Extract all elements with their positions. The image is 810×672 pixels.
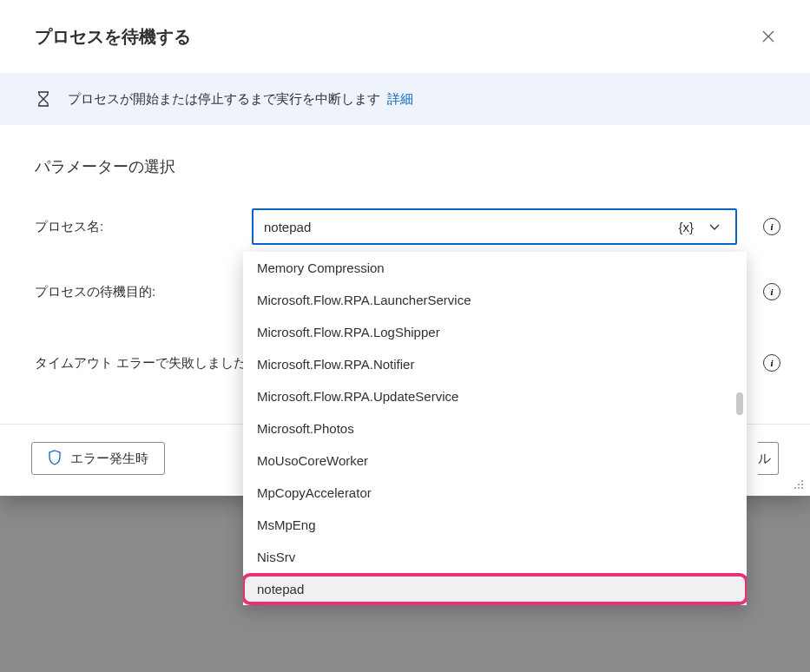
cancel-label: ル bbox=[758, 451, 771, 467]
chevron-down-icon bbox=[708, 221, 721, 233]
hourglass-icon bbox=[35, 90, 52, 108]
process-name-combo[interactable]: {x} bbox=[252, 208, 737, 245]
dropdown-list[interactable]: Memory CompressionMicrosoft.Flow.RPA.Lau… bbox=[243, 252, 747, 605]
dialog-header: プロセスを待機する bbox=[0, 0, 810, 73]
info-bar: プロセスが開始または停止するまで実行を中断します 詳細 bbox=[0, 73, 810, 125]
svg-point-4 bbox=[798, 487, 800, 489]
on-error-button[interactable]: エラー発生時 bbox=[31, 442, 165, 475]
wait-purpose-label: プロセスの待機目的: bbox=[35, 284, 234, 300]
dropdown-item[interactable]: NisSrv bbox=[243, 541, 747, 573]
dropdown-item[interactable]: MoUsoCoreWorker bbox=[243, 445, 747, 477]
on-error-label: エラー発生時 bbox=[70, 451, 148, 467]
resize-grip-icon bbox=[793, 478, 805, 491]
info-icon: i bbox=[763, 283, 780, 300]
svg-point-0 bbox=[801, 480, 803, 482]
dropdown-item[interactable]: Microsoft.Flow.RPA.Notifier bbox=[243, 348, 747, 380]
process-dropdown: Memory CompressionMicrosoft.Flow.RPA.Lau… bbox=[243, 252, 747, 605]
shield-icon bbox=[48, 450, 62, 468]
timeout-info[interactable]: i bbox=[761, 352, 782, 373]
svg-point-1 bbox=[798, 484, 800, 485]
scrollbar-thumb[interactable] bbox=[736, 392, 743, 415]
process-name-info[interactable]: i bbox=[761, 216, 782, 237]
svg-point-2 bbox=[801, 484, 803, 485]
dropdown-item[interactable]: notepad bbox=[243, 573, 747, 605]
info-icon: i bbox=[763, 218, 780, 235]
info-text: プロセスが開始または停止するまで実行を中断します 詳細 bbox=[68, 91, 413, 108]
dialog-title: プロセスを待機する bbox=[35, 25, 191, 49]
dropdown-item[interactable]: Microsoft.Flow.RPA.LogShipper bbox=[243, 316, 747, 348]
section-title: パラメーターの選択 bbox=[0, 125, 810, 198]
process-name-input[interactable] bbox=[264, 220, 671, 234]
close-button[interactable] bbox=[754, 23, 782, 50]
info-icon: i bbox=[763, 354, 780, 372]
param-row-process-name: プロセス名: {x} i bbox=[0, 198, 810, 255]
dropdown-item[interactable]: MpCopyAccelerator bbox=[243, 477, 747, 509]
process-name-label: プロセス名: bbox=[35, 219, 234, 235]
dropdown-item[interactable]: Microsoft.Photos bbox=[243, 412, 747, 445]
dropdown-toggle[interactable] bbox=[701, 221, 728, 233]
dropdown-item[interactable]: Memory Compression bbox=[243, 252, 747, 284]
wait-purpose-info[interactable]: i bbox=[761, 281, 782, 302]
variable-token-button[interactable]: {x} bbox=[671, 220, 701, 234]
close-icon bbox=[762, 30, 774, 43]
timeout-label: タイムアウト エラーで失敗しました: bbox=[35, 355, 260, 372]
details-link[interactable]: 詳細 bbox=[387, 91, 413, 106]
svg-point-5 bbox=[801, 487, 803, 489]
dropdown-item[interactable]: Microsoft.Flow.RPA.LauncherService bbox=[243, 284, 747, 316]
dropdown-item[interactable]: MsMpEng bbox=[243, 509, 747, 541]
cancel-button[interactable]: ル bbox=[758, 442, 779, 475]
dropdown-item[interactable]: Microsoft.Flow.RPA.UpdateService bbox=[243, 380, 747, 412]
info-description: プロセスが開始または停止するまで実行を中断します bbox=[68, 91, 380, 106]
svg-point-3 bbox=[794, 487, 796, 489]
